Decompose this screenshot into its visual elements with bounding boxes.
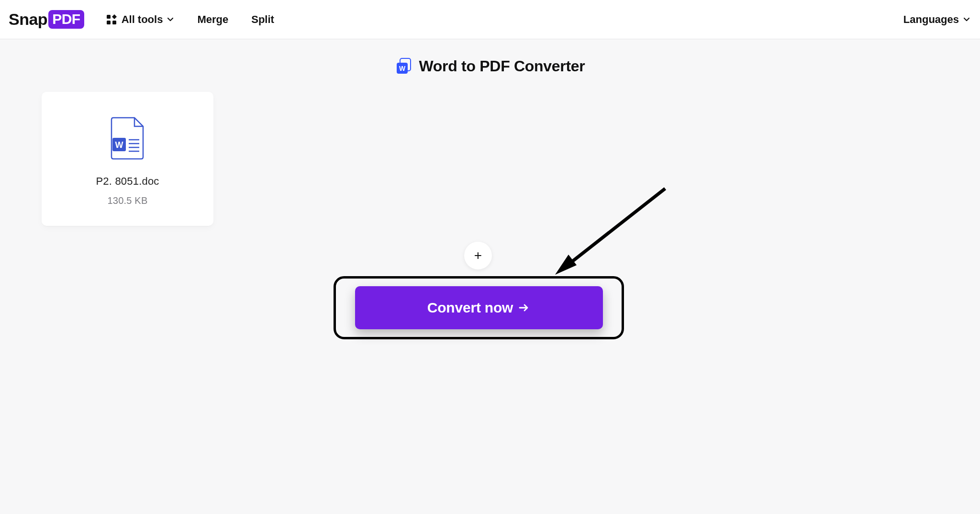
header-bar: SnapPDF All tools Merge Split Languages (0, 0, 980, 39)
add-file-button[interactable]: + (464, 242, 492, 269)
languages-label: Languages (903, 13, 959, 26)
convert-now-button[interactable]: Convert now (355, 286, 603, 329)
nav-merge[interactable]: Merge (197, 13, 228, 26)
page-title: Word to PDF Converter (419, 57, 585, 75)
grid-icon (106, 14, 117, 25)
logo-text-right: PDF (48, 10, 84, 29)
plus-icon: + (474, 248, 482, 263)
uploaded-file-card[interactable]: W P2. 8051.doc 130.5 KB (42, 92, 213, 226)
svg-rect-1 (107, 21, 111, 24)
nav-split[interactable]: Split (251, 13, 274, 26)
svg-rect-2 (112, 21, 116, 24)
nav-all-tools[interactable]: All tools (106, 13, 175, 26)
logo-text-left: Snap (9, 10, 47, 29)
svg-rect-0 (107, 15, 111, 19)
word-file-icon: W (395, 58, 412, 75)
nav-split-label: Split (251, 13, 274, 26)
svg-line-12 (568, 189, 665, 265)
languages-dropdown[interactable]: Languages (903, 13, 970, 26)
annotation-arrow (550, 184, 675, 281)
nav: All tools Merge Split (106, 13, 274, 26)
logo[interactable]: SnapPDF (9, 10, 84, 29)
page-title-row: W Word to PDF Converter (0, 57, 980, 75)
convert-now-label: Convert now (427, 300, 513, 316)
file-size: 130.5 KB (108, 195, 148, 206)
svg-text:W: W (399, 65, 405, 72)
chevron-down-icon (167, 13, 174, 26)
chevron-down-icon (963, 13, 970, 26)
annotation-highlight-frame: Convert now (334, 276, 624, 339)
svg-marker-13 (555, 255, 577, 275)
nav-merge-label: Merge (197, 13, 228, 26)
doc-file-icon: W (110, 116, 146, 162)
arrow-right-icon (518, 302, 530, 314)
file-name: P2. 8051.doc (96, 175, 159, 188)
main-content: W Word to PDF Converter (0, 39, 980, 75)
svg-text:W: W (115, 140, 123, 150)
nav-all-tools-label: All tools (122, 13, 163, 26)
